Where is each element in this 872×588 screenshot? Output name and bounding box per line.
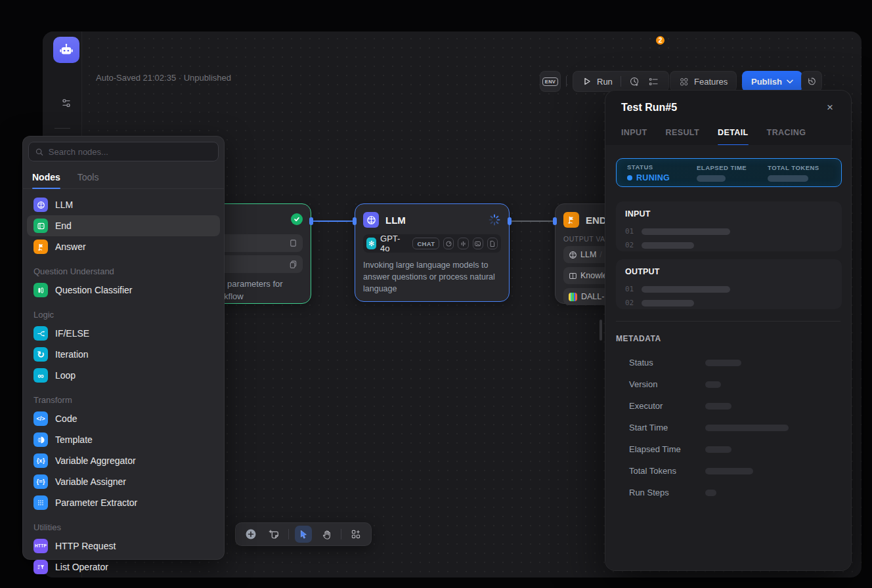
sliders-icon xyxy=(60,97,72,109)
test-run-panel: Test Run#5 × INPUT RESULT DETAIL TRACING… xyxy=(605,90,852,571)
node-item-answer[interactable]: Answer xyxy=(27,236,220,257)
node-item-parameter-extractor[interactable]: Parameter Extractor xyxy=(27,492,220,513)
input-handle[interactable] xyxy=(553,217,557,225)
output-handle[interactable] xyxy=(309,217,313,225)
workflow-settings-button[interactable] xyxy=(57,94,76,112)
add-note-button[interactable] xyxy=(265,526,282,543)
publish-button[interactable]: Publish xyxy=(742,71,802,92)
run-button-group: Run xyxy=(573,71,669,92)
search-input[interactable] xyxy=(49,147,212,157)
node-item-variable-assigner[interactable]: {=} Variable Assigner xyxy=(27,471,220,492)
checklist-button[interactable] xyxy=(648,76,659,87)
elapsed-time-label: ELAPSED TIME xyxy=(697,164,768,171)
input-row-skeleton xyxy=(642,242,694,249)
list-operator-icon xyxy=(33,560,48,574)
features-button[interactable]: Features xyxy=(670,71,737,92)
node-item-label: Code xyxy=(55,413,77,424)
llm-node-description: Invoking large language models to answer… xyxy=(363,259,502,295)
llm-node-icon xyxy=(363,212,379,228)
node-item-variable-aggregator[interactable]: {x} Variable Aggregator xyxy=(27,450,220,471)
model-selector[interactable]: ✻ GPT-4o CHAT xyxy=(363,234,501,253)
tab-detail[interactable]: DETAIL xyxy=(718,121,749,145)
node-item-label: HTTP Request xyxy=(55,541,116,551)
output-card: OUTPUT 01 02 xyxy=(616,259,842,309)
node-list: LLM End Answer Question Understand Qu xyxy=(23,189,224,578)
code-icon: </> xyxy=(33,411,48,426)
llm-node[interactable]: LLM ✻ GPT-4o xyxy=(355,203,510,302)
canvas-scrollbar[interactable] xyxy=(600,320,602,341)
end-icon xyxy=(33,219,48,233)
node-item-label: Iteration xyxy=(55,349,89,360)
close-icon[interactable]: × xyxy=(822,100,838,116)
section-utilities: Utilities xyxy=(23,513,224,536)
tab-input[interactable]: INPUT xyxy=(621,121,647,145)
tab-tools[interactable]: Tools xyxy=(77,169,99,188)
metadata-label: Executor xyxy=(629,401,692,411)
content-divider xyxy=(616,321,840,322)
total-tokens-label: TOTAL TOKENS xyxy=(768,164,831,171)
organize-nodes-button[interactable] xyxy=(347,526,364,543)
node-item-http-request[interactable]: HTTP HTTP Request xyxy=(27,536,220,556)
tab-tracing[interactable]: TRACING xyxy=(767,121,806,145)
output-row-skeleton xyxy=(642,300,694,306)
audio-capability-icon xyxy=(458,238,468,249)
node-item-label: Parameter Extractor xyxy=(55,497,137,508)
input-card: INPUT 01 02 xyxy=(616,201,842,251)
node-item-label: Question Classifier xyxy=(55,285,133,295)
features-label: Features xyxy=(694,77,728,87)
output-handle[interactable] xyxy=(508,217,512,225)
pointer-mode-button[interactable] xyxy=(295,526,312,543)
llm-ref-icon xyxy=(569,251,577,259)
tab-result[interactable]: RESULT xyxy=(666,121,699,145)
clock-play-icon xyxy=(629,76,640,87)
tab-nodes[interactable]: Nodes xyxy=(32,169,60,188)
node-item-template[interactable]: Template xyxy=(27,429,220,450)
answer-icon xyxy=(33,240,48,254)
metadata-title: METADATA xyxy=(616,334,661,343)
cursor-icon xyxy=(298,529,309,539)
app-logo[interactable] xyxy=(53,37,79,63)
metadata-skeleton xyxy=(705,425,789,431)
run-history-button[interactable] xyxy=(629,76,640,87)
node-item-label: Variable Assigner xyxy=(55,476,126,487)
node-item-loop[interactable]: ∞ Loop xyxy=(27,365,220,386)
end-node-icon xyxy=(563,212,579,228)
metadata-row: Executor xyxy=(629,401,789,411)
toolbar-divider xyxy=(288,529,289,539)
screenshot-stage: Auto-Saved 21:02:35 · Unpublished ENV Ru… xyxy=(0,0,872,588)
http-request-icon: HTTP xyxy=(33,539,48,553)
checklist-icon xyxy=(648,76,659,87)
node-item-llm[interactable]: LLM xyxy=(27,194,220,215)
metadata-row: Version xyxy=(629,379,789,389)
metadata-skeleton xyxy=(705,490,716,496)
document-capability-icon xyxy=(487,238,498,249)
status-label: STATUS xyxy=(627,163,697,171)
node-item-label: Answer xyxy=(55,242,86,252)
node-item-iteration[interactable]: ↻ Iteration xyxy=(27,344,220,365)
node-item-list-operator[interactable]: List Operator xyxy=(27,556,220,578)
metadata-row: Total Tokens xyxy=(629,466,789,476)
robot-icon xyxy=(58,42,74,58)
input-handle[interactable] xyxy=(353,217,357,225)
hand-mode-button[interactable] xyxy=(318,526,335,543)
node-item-code[interactable]: </> Code xyxy=(27,408,220,429)
version-history-button[interactable] xyxy=(801,71,822,92)
chevron-down-icon xyxy=(787,79,793,84)
node-item-question-classifier[interactable]: Question Classifier xyxy=(27,280,220,301)
node-picker-panel: Nodes Tools LLM End Answer xyxy=(22,136,225,560)
field-icon xyxy=(289,239,297,247)
run-button[interactable]: Run xyxy=(582,77,613,87)
node-search[interactable] xyxy=(28,142,219,161)
layout-icon xyxy=(351,529,361,539)
copy-field-icon xyxy=(289,260,297,268)
canvas-toolbar xyxy=(235,522,372,546)
vision-capability-icon xyxy=(443,238,454,249)
features-icon xyxy=(679,77,689,87)
node-item-if-else[interactable]: IF/ELSE xyxy=(27,323,220,344)
metadata-skeleton xyxy=(705,360,741,366)
add-node-button[interactable] xyxy=(242,526,259,543)
loop-icon: ∞ xyxy=(33,368,48,383)
node-item-label: Loop xyxy=(55,370,76,381)
node-item-end[interactable]: End xyxy=(27,215,220,236)
env-button[interactable]: ENV xyxy=(540,71,561,92)
